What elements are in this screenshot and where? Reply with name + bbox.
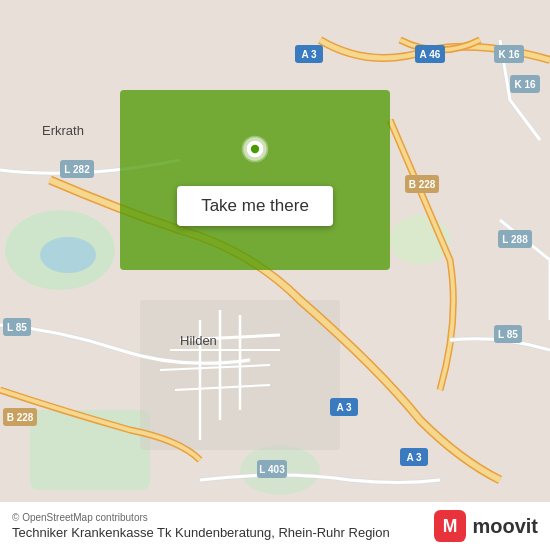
svg-text:A 3: A 3 [336,402,352,413]
moovit-text: moovit [472,515,538,538]
svg-text:L 288: L 288 [502,234,528,245]
svg-text:A 3: A 3 [406,452,422,463]
svg-text:A 3: A 3 [301,49,317,60]
map-roads: A 3 A 3 A 46 K 16 K 16 B 228 L 288 [0,0,550,550]
location-overlay: Take me there [120,90,390,270]
svg-text:L 282: L 282 [64,164,90,175]
map-container: A 3 A 3 A 46 K 16 K 16 B 228 L 288 [0,0,550,550]
svg-text:B 228: B 228 [7,412,34,423]
svg-text:A 46: A 46 [420,49,441,60]
location-pin-icon [235,134,275,174]
svg-point-4 [40,237,96,273]
moovit-logo: M moovit [434,510,538,542]
bottom-info-bar: © OpenStreetMap contributors Techniker K… [0,502,550,550]
place-name-label: Techniker Krankenkasse Tk Kundenberatung… [12,525,390,540]
bottom-left-info: © OpenStreetMap contributors Techniker K… [12,512,390,540]
svg-rect-2 [30,410,150,490]
svg-text:Hilden: Hilden [180,333,217,348]
take-me-there-button[interactable]: Take me there [177,186,333,226]
svg-text:M: M [443,516,458,536]
svg-text:Erkrath: Erkrath [42,123,84,138]
svg-text:K 16: K 16 [514,79,536,90]
svg-text:B 228: B 228 [409,179,436,190]
svg-text:L 403: L 403 [259,464,285,475]
svg-text:L 85: L 85 [7,322,27,333]
svg-text:L 85: L 85 [498,329,518,340]
map-attribution: © OpenStreetMap contributors [12,512,390,523]
svg-text:K 16: K 16 [498,49,520,60]
moovit-icon: M [434,510,466,542]
